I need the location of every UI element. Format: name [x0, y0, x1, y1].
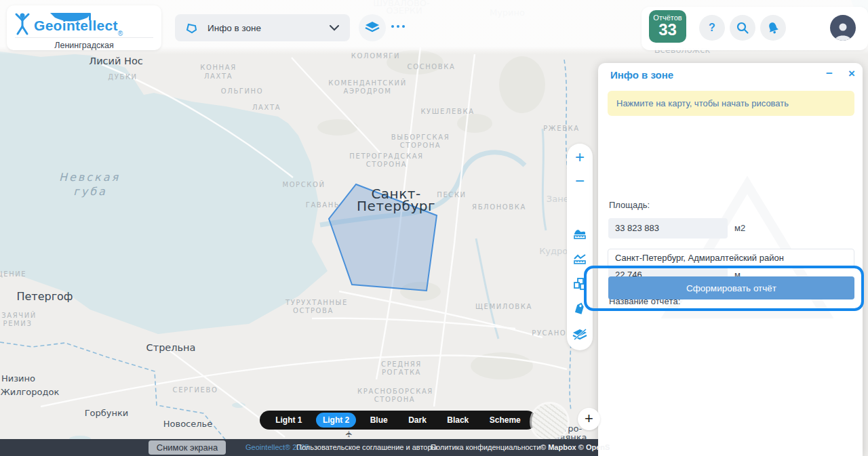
buildings-icon: [572, 277, 587, 291]
area-label: Площадь:: [609, 200, 650, 210]
layers-toggle-button[interactable]: [567, 325, 593, 345]
label-tool-button[interactable]: [567, 299, 593, 320]
area-report-button[interactable]: [567, 224, 593, 244]
notifications-button[interactable]: [760, 15, 786, 41]
draw-hint-notice: Нажмите на карту, чтобы начать рисовать: [608, 91, 854, 116]
close-icon[interactable]: ×: [844, 67, 859, 82]
terrain-ruler-icon: [572, 227, 587, 241]
logo-card[interactable]: Geointellect ® Ленинградская: [7, 5, 161, 50]
area-unit: м2: [734, 218, 745, 239]
generate-report-button[interactable]: Сформировать отчёт: [608, 276, 854, 299]
help-button[interactable]: ?: [699, 15, 725, 41]
privacy-link[interactable]: Политика конфиденциальности: [431, 443, 540, 451]
basemap-option-dark[interactable]: Dark: [401, 413, 433, 428]
buildings-button[interactable]: [567, 274, 593, 294]
search-icon: [736, 21, 749, 35]
minimap-preview[interactable]: [532, 404, 568, 440]
reports-count: 33: [649, 22, 686, 38]
zoom-out-button[interactable]: −: [567, 171, 593, 191]
drawn-polygon[interactable]: [329, 184, 437, 291]
layers-icon: [365, 21, 380, 35]
minus-icon: −: [575, 173, 585, 189]
reports-counter-badge[interactable]: Отчётов 33: [649, 10, 686, 43]
question-icon: ?: [709, 22, 715, 34]
plus-icon: +: [575, 149, 585, 165]
divider: [15, 37, 153, 38]
basemap-option-blue[interactable]: Blue: [363, 413, 395, 428]
user-silhouette-icon: [833, 20, 853, 41]
map-attribution: © Mapbox © OpenS: [540, 443, 610, 451]
zoom-in-button[interactable]: +: [567, 147, 593, 167]
minimize-icon[interactable]: −: [822, 67, 837, 82]
polygon-tool-icon: [186, 22, 198, 34]
brand-name: Geointellect: [34, 14, 118, 37]
basemap-option-black[interactable]: Black: [440, 413, 475, 428]
info-zone-panel: Инфо в зоне − × Нажмите на карту, чтобы …: [598, 63, 863, 456]
tool-mode-dropdown[interactable]: Инфо в зоне: [175, 14, 350, 41]
region-label: Ленинградская: [7, 41, 161, 50]
logo-figure-icon: [12, 12, 33, 36]
basemap-option-scheme[interactable]: Scheme: [483, 413, 528, 428]
search-button[interactable]: [730, 15, 755, 41]
basemap-option-light-1[interactable]: Light 1: [269, 413, 309, 428]
report-name-input[interactable]: Санкт-Петербург, Адмиралтейский район: [608, 249, 854, 268]
trademark: ®: [118, 30, 123, 37]
panel-title: Инфо в зоне: [610, 69, 673, 81]
area-input[interactable]: 33 823 883: [608, 218, 728, 239]
more-options-icon[interactable]: [391, 25, 408, 30]
basemap-switcher: Light 1Light 2BlueDarkBlackScheme: [260, 411, 536, 430]
airport-icon: ✈: [344, 430, 354, 438]
chevron-down-icon: [330, 25, 339, 31]
tag-icon: [570, 300, 589, 318]
layers-off-icon: [572, 328, 587, 341]
bell-icon: [764, 19, 781, 36]
terms-link[interactable]: Пользовательское соглашение и авторы: [296, 443, 437, 451]
footer-bar: Снимок экрана Geointellect® 2025 Пользов…: [0, 439, 598, 456]
screenshot-button[interactable]: Снимок экрана: [149, 440, 226, 455]
chart-ruler-icon: [572, 253, 587, 266]
avatar[interactable]: [830, 15, 856, 41]
tool-mode-label: Инфо в зоне: [208, 23, 261, 33]
layers-button[interactable]: [359, 14, 386, 41]
app-window: ШУВАЛОВО-ОЗЕРКИМуриноРомановкаЩегловоВсе…: [0, 0, 868, 456]
basemap-expand-button[interactable]: +: [578, 408, 600, 430]
basemap-option-light-2[interactable]: Light 2: [316, 413, 356, 428]
chart-report-button[interactable]: [567, 249, 593, 270]
map-toolbar: + −: [567, 144, 593, 350]
